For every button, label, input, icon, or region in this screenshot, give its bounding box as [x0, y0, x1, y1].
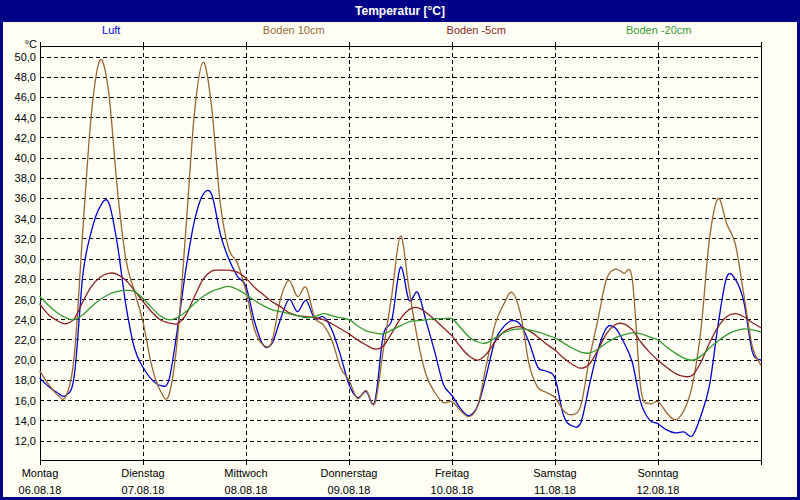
- x-date-label: 06.08.18: [19, 484, 62, 496]
- y-tick-label: 12,0: [15, 435, 36, 447]
- series-line-boden5: [40, 270, 761, 377]
- x-weekday-label: Donnerstag: [321, 467, 378, 479]
- y-tick-label: 18,0: [15, 374, 36, 386]
- y-tick-label: 30,0: [15, 253, 36, 265]
- x-weekday-label: Samstag: [533, 467, 576, 479]
- y-tick-label: 24,0: [15, 314, 36, 326]
- y-tick-label: 38,0: [15, 172, 36, 184]
- y-axis-unit: °C: [25, 38, 37, 50]
- frame-border-left: [0, 0, 3, 500]
- x-weekday-label: Sonntag: [638, 467, 679, 479]
- x-weekday-label: Montag: [22, 467, 59, 479]
- y-tick-label: 48,0: [15, 71, 36, 83]
- y-tick-label: 36,0: [15, 192, 36, 204]
- x-date-label: 10.08.18: [431, 484, 474, 496]
- y-tick-label: 22,0: [15, 334, 36, 346]
- y-tick-label: 44,0: [15, 112, 36, 124]
- temperature-chart-window: Temperatur [°C] LuftBoden 10cmBoden -5cm…: [0, 0, 800, 500]
- y-tick-label: 34,0: [15, 213, 36, 225]
- x-weekday-label: Dienstag: [121, 467, 164, 479]
- x-date-label: 08.08.18: [225, 484, 268, 496]
- y-tick-label: 46,0: [15, 91, 36, 103]
- y-tick-label: 16,0: [15, 395, 36, 407]
- x-date-label: 07.08.18: [122, 484, 165, 496]
- y-tick-label: 14,0: [15, 415, 36, 427]
- x-date-label: 09.08.18: [328, 484, 371, 496]
- series-line-boden10: [40, 60, 761, 420]
- y-tick-label: 40,0: [15, 152, 36, 164]
- y-tick-label: 50,0: [15, 51, 36, 63]
- y-tick-label: 28,0: [15, 273, 36, 285]
- y-tick-label: 32,0: [15, 233, 36, 245]
- x-weekday-label: Freitag: [435, 467, 469, 479]
- x-weekday-label: Mittwoch: [224, 467, 267, 479]
- plot-area: 12,014,016,018,020,022,024,026,028,030,0…: [0, 0, 800, 500]
- y-tick-label: 20,0: [15, 354, 36, 366]
- y-tick-label: 26,0: [15, 294, 36, 306]
- x-date-label: 12.08.18: [637, 484, 680, 496]
- series-line-luft: [40, 190, 761, 436]
- x-date-label: 11.08.18: [534, 484, 576, 496]
- y-tick-label: 42,0: [15, 132, 36, 144]
